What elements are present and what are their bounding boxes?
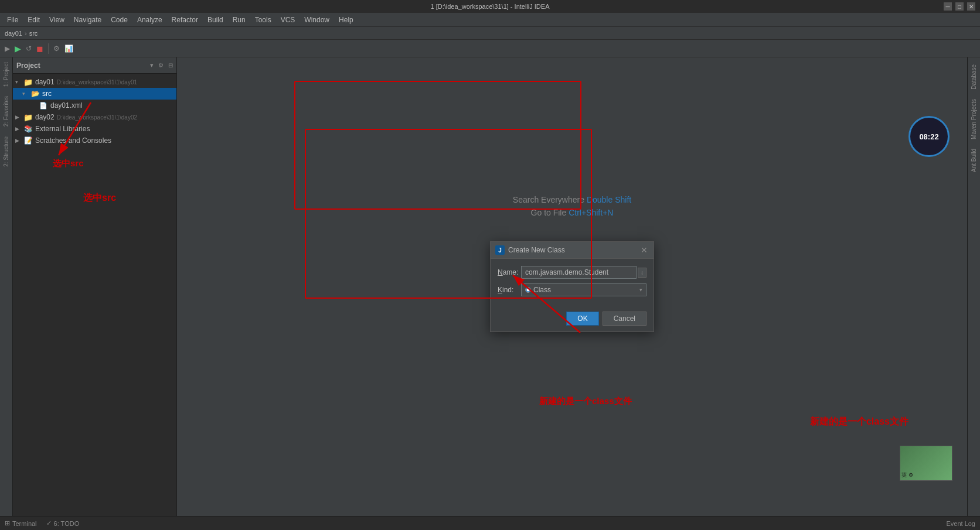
menu-item-help[interactable]: Help (334, 15, 358, 25)
dialog-close-button[interactable]: ✕ (639, 245, 649, 255)
go-to-file-hint: Go to File Ctrl+Shift+N (513, 208, 631, 217)
dialog-ok-button[interactable]: OK (566, 312, 598, 326)
lib-icon: 📚 (23, 124, 33, 134)
stop-button[interactable]: ◼ (34, 43, 46, 54)
tree-label-day01xml: day01.xml (50, 101, 83, 110)
dialog-title-content: J Create New Class (495, 245, 565, 255)
dialog-kind-field: Kind: Class ▾ (498, 283, 646, 296)
sidebar-tab-database[interactable]: Database (969, 60, 978, 94)
menu-item-vcs[interactable]: VCS (276, 15, 300, 25)
window-controls: ─ □ ✕ (944, 2, 975, 11)
sidebar-tab-favorites[interactable]: 2: Favorites (2, 91, 11, 131)
project-collapse-icon[interactable]: ⊟ (168, 62, 173, 69)
project-settings-icon[interactable]: ⚙ (158, 62, 164, 69)
folder-icon-day02: 📁 (23, 112, 33, 122)
annotation-new-class: 新建的是一个class文件 (810, 416, 908, 428)
clock-time: 08:22 (919, 132, 938, 141)
close-button[interactable]: ✕ (967, 2, 975, 11)
sidebar-tab-structure[interactable]: 2: Structure (2, 132, 11, 172)
menu-item-code[interactable]: Code (106, 15, 132, 25)
annotation-red-box (294, 81, 581, 210)
todo-button[interactable]: ✓ 6: TODO (46, 519, 80, 527)
green-widget: 英 ⚙ (900, 446, 952, 481)
project-panel: Project ▾ ⚙ ⊟ ▾ 📁 day01 D:\idea_workspac… (13, 57, 177, 516)
breadcrumb-separator: › (25, 30, 27, 37)
restore-button[interactable]: □ (955, 2, 964, 11)
dialog-kind-label-underlined: K (498, 286, 502, 294)
right-sidebar: Database Maven Projects Ant Build (967, 57, 980, 516)
breadcrumb-part-2: src (29, 30, 38, 37)
dialog-name-input[interactable] (521, 266, 637, 279)
title-bar: 1 [D:\idea_workspace\31\1] - IntelliJ ID… (0, 0, 980, 13)
coverage-button[interactable]: 📊 (62, 43, 76, 54)
search-everywhere-label: Search Everywhere (513, 195, 584, 204)
src-folder-icon: 📂 (30, 89, 40, 98)
tree-item-external-libs[interactable]: ▶ 📚 External Libraries (13, 123, 176, 135)
menu-item-analyze[interactable]: Analyze (132, 15, 167, 25)
tree-item-day01xml[interactable]: 📄 day01.xml (13, 100, 176, 111)
menu-item-refactor[interactable]: Refactor (167, 15, 203, 25)
tree-arrow-external-libs: ▶ (15, 126, 23, 132)
menu-item-build[interactable]: Build (203, 15, 228, 25)
dialog-title-text: Create New Class (508, 246, 565, 254)
breadcrumb: day01 › src (0, 27, 980, 40)
status-bar: ⊞ Terminal ✓ 6: TODO Event Log (0, 516, 980, 530)
sidebar-tab-ant[interactable]: Ant Build (969, 144, 978, 177)
tree-item-scratches[interactable]: ▶ 📝 Scratches and Consoles (13, 135, 176, 146)
tree-label-day01: day01 (35, 78, 55, 86)
menu-item-navigate[interactable]: Navigate (69, 15, 106, 25)
project-panel-title: Project (16, 61, 40, 70)
far-left-sidebar: 1: Project 2: Favorites 2: Structure (0, 57, 13, 516)
tree-arrow-src: ▾ (22, 91, 30, 97)
minimize-button[interactable]: ─ (944, 2, 952, 11)
sidebar-tab-maven[interactable]: Maven Projects (969, 94, 978, 144)
search-everywhere-shortcut: Double Shift (587, 195, 631, 204)
todo-label: 6: TODO (54, 520, 80, 527)
tree-item-day02[interactable]: ▶ 📁 day02 D:\idea_workspace\31\1\day02 (13, 111, 176, 123)
tree-label-day02: day02 (35, 113, 55, 121)
dialog-cancel-button[interactable]: Cancel (603, 312, 646, 326)
tree-arrow-day01: ▾ (15, 79, 23, 85)
menu-item-view[interactable]: View (45, 15, 69, 25)
dialog-kind-radio (525, 287, 531, 293)
dialog-title-bar: J Create New Class ✕ (491, 242, 654, 259)
tree-item-day01[interactable]: ▾ 📁 day01 D:\idea_workspace\31\1\day01 (13, 76, 176, 88)
statusbar-left: ⊞ Terminal ✓ 6: TODO (5, 519, 79, 527)
tree-item-src[interactable]: ▾ 📂 src (13, 88, 176, 100)
dialog-name-label-underlined: N (498, 268, 503, 276)
sidebar-tab-project[interactable]: 1: Project (2, 57, 11, 91)
menu-item-run[interactable]: Run (228, 15, 250, 25)
menu-item-tools[interactable]: Tools (250, 15, 276, 25)
build-button[interactable]: ⚙ (51, 43, 62, 54)
dialog-overlay: J Create New Class ✕ Name: ↕ (177, 57, 967, 516)
tree-label-src: src (42, 90, 52, 98)
rerun-button[interactable]: ↺ (23, 43, 34, 54)
go-to-file-label: Go to File (531, 208, 567, 217)
menu-item-file[interactable]: File (2, 15, 23, 25)
search-everywhere-hint: Search Everywhere Double Shift (513, 195, 631, 204)
toolbar-separator-1 (48, 43, 49, 54)
dialog-body: Name: ↕ Kind: Class ▾ (491, 259, 654, 308)
terminal-button[interactable]: ⊞ Terminal (5, 519, 37, 527)
dialog-sort-button[interactable]: ↕ (638, 268, 646, 278)
tree-path-day01: D:\idea_workspace\31\1\day01 (57, 79, 137, 86)
dialog-kind-select[interactable]: Class ▾ (521, 283, 646, 296)
file-icon-day01xml: 📄 (39, 101, 48, 110)
terminal-label: Terminal (12, 520, 37, 527)
run-green-button[interactable]: ▶ (12, 43, 23, 54)
toolbar: ▶ ▶ ↺ ◼ ⚙ 📊 (0, 40, 980, 57)
event-log-button[interactable]: Event Log (946, 520, 975, 527)
dialog-name-label: Name: (498, 268, 521, 276)
terminal-icon: ⊞ (5, 519, 10, 527)
folder-icon-day01: 📁 (23, 77, 33, 87)
dialog-name-field: Name: ↕ (498, 266, 646, 279)
tree-arrow-scratches: ▶ (15, 138, 23, 143)
tree-arrow-day02: ▶ (15, 114, 23, 120)
content-area: Search Everywhere Double Shift Go to Fil… (177, 57, 967, 516)
menu-item-edit[interactable]: Edit (23, 15, 45, 25)
run-button[interactable]: ▶ (2, 43, 12, 54)
file-tree: ▾ 📁 day01 D:\idea_workspace\31\1\day01 ▾… (13, 74, 176, 516)
menu-item-window[interactable]: Window (300, 15, 334, 25)
main-area: 1: Project 2: Favorites 2: Structure Pro… (0, 57, 980, 516)
tree-arrow-day01xml (30, 102, 39, 108)
